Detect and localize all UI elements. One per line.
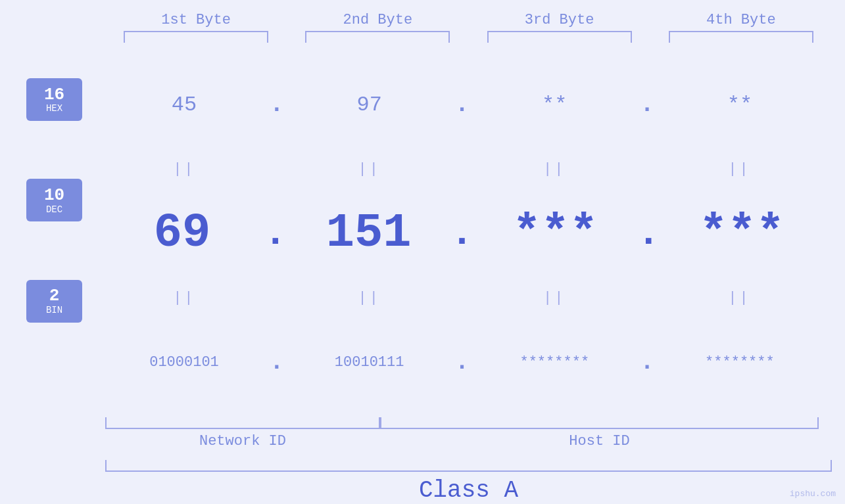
eq2-2: || [297,290,442,306]
bin-dot-1: . [270,349,284,376]
bin-byte-1: 01000101 [112,354,256,371]
bin-byte-3: ******** [482,354,627,371]
bracket-network [105,417,380,429]
hex-row: 45 . 97 . ** . ** [105,49,832,160]
eq-4: || [667,161,812,177]
hex-badge-base: HEX [46,104,62,114]
bracket-top-3 [487,31,632,43]
main-container: 1st Byte 2nd Byte 3rd Byte 4th Byte 16 H… [0,0,845,504]
eq-1: || [112,161,256,177]
labels-column: 16 HEX 10 DEC 2 BIN [26,49,105,417]
bin-dot-3: . [640,349,654,376]
bin-badge-num: 2 [49,286,60,306]
bin-byte-2: 10010111 [297,354,442,371]
network-id-label: Network ID [105,433,380,449]
eq-3: || [482,161,627,177]
top-brackets [0,31,845,43]
byte-headers-row: 1st Byte 2nd Byte 3rd Byte 4th Byte [0,12,845,28]
main-area: 16 HEX 10 DEC 2 BIN 45 . 97 . ** . ** [0,49,845,417]
byte-header-2: 2nd Byte [305,12,450,28]
full-bracket [105,460,832,472]
bracket-top-1 [124,31,268,43]
full-bracket-wrap [0,460,845,472]
eq2-3: || [482,290,627,306]
dec-row: 69 . 151 . *** . *** [105,178,832,288]
bin-badge-base: BIN [46,306,62,315]
dec-badge: 10 DEC [26,179,82,221]
byte-header-3: 3rd Byte [487,12,632,28]
hex-byte-2: 97 [297,93,442,117]
class-label-row: Class A [314,477,531,504]
bracket-top-4 [669,31,813,43]
dec-badge-num: 10 [44,186,64,205]
dec-byte-2: 151 [297,206,441,260]
dec-badge-base: DEC [46,205,62,215]
byte-header-1: 1st Byte [124,12,268,28]
bin-badge: 2 BIN [26,280,82,323]
dec-dot-2: . [450,211,473,256]
eq-2: || [297,161,442,177]
dec-byte-1: 69 [110,206,254,260]
hex-dot-1: . [270,91,284,118]
eq2-1: || [112,290,256,306]
hex-byte-3: ** [482,93,627,117]
equals-row-1: || || || || [105,160,832,178]
id-labels: Network ID Host ID [105,433,832,449]
data-area: 45 . 97 . ** . ** || || || || 69 [105,49,832,417]
dec-byte-4: *** [669,206,814,260]
byte-header-4: 4th Byte [669,12,813,28]
dec-dot-3: . [637,211,660,256]
bracket-top-2 [305,31,450,43]
bottom-brackets [105,417,832,429]
bottom-area: Network ID Host ID [0,417,845,449]
hex-badge-num: 16 [44,85,64,104]
hex-byte-1: 45 [112,93,256,117]
dec-dot-1: . [264,211,287,256]
bin-row: 01000101 . 10010111 . ******** . *******… [105,307,832,417]
hex-byte-4: ** [667,93,812,117]
bin-dot-2: . [455,349,470,376]
dec-byte-3: *** [483,206,627,260]
hex-badge: 16 HEX [26,78,82,121]
host-id-label: Host ID [380,433,819,449]
bracket-host [380,417,819,429]
equals-row-2: || || || || [105,288,832,307]
eq2-4: || [667,290,812,306]
hex-dot-2: . [455,91,470,118]
watermark: ipshu.com [790,489,836,499]
bin-byte-4: ******** [667,354,812,371]
class-label: Class A [419,477,518,504]
hex-dot-3: . [640,91,654,118]
